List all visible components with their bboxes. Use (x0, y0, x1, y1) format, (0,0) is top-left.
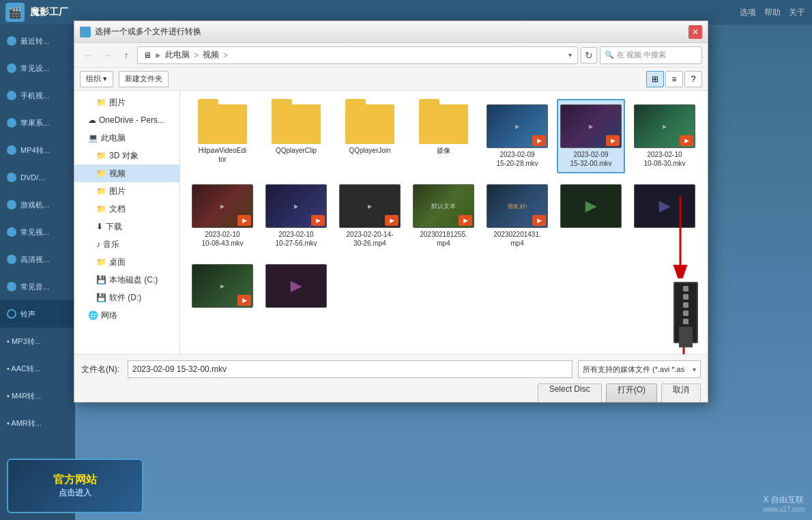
video-thumb-1: ▶ ▶ (487, 104, 548, 148)
search-bar[interactable]: 🔍 在 视频 中搜索 (600, 46, 702, 64)
file-label-video2: 2023-02-0915-32-00.mkv (570, 150, 611, 168)
sidebar-label-recent: 最近转... (20, 36, 49, 46)
video-thumb-5: ▶ ▶ (265, 184, 327, 228)
sidebar-item-m4r[interactable]: • M4R转... (0, 382, 75, 409)
organize-button[interactable]: 组织 ▾ (80, 71, 113, 87)
file-item-video1[interactable]: ▶ ▶ 2023-02-0915-20-28.mkv (483, 99, 551, 173)
tree-item-onedrive[interactable]: ☁ OneDrive - Pers... (74, 111, 179, 129)
tree-item-drive-d[interactable]: 💾 软件 (D:) (74, 289, 179, 306)
sidebar-item-dvd[interactable]: DVD/... (0, 164, 75, 191)
left-panel: 📁 图片 ☁ OneDrive - Pers... 💻 此电脑 📁 3D 对象 … (74, 91, 180, 354)
new-folder-button[interactable]: 新建文件夹 (119, 71, 169, 87)
file-item-video5[interactable]: ▶ ▶ 2023-02-1010-27-56.mkv (262, 179, 330, 253)
view-help[interactable]: ? (684, 71, 702, 87)
menu-options[interactable]: 选项 (740, 7, 756, 18)
tree-item-desktop[interactable]: 📁 桌面 (74, 253, 179, 271)
watermark: X 自由互联 www.x27.com (763, 494, 805, 513)
sidebar-icon-video (7, 227, 16, 237)
file-label-video8: 202302201431.mp4 (493, 230, 541, 248)
tree-item-this-pc[interactable]: 💻 此电脑 (74, 129, 179, 147)
filename-input[interactable] (128, 360, 572, 378)
sidebar-item-mp3[interactable]: • MP3转... (0, 328, 75, 355)
dialog-close-button[interactable]: ✕ (688, 25, 702, 39)
sidebar-item-ring[interactable]: 铃声 (0, 300, 75, 328)
breadcrumb-this-pc[interactable]: 此电脑 (165, 49, 190, 61)
file-item-video12[interactable]: ► (262, 259, 330, 315)
tree-item-3d[interactable]: 📁 3D 对象 (74, 147, 179, 164)
video-thumb-inner-5: ▶ ▶ (266, 185, 326, 227)
view-large-icon[interactable]: ⊞ (646, 71, 664, 87)
sidebar-item-mp4[interactable]: MP4转... (0, 136, 75, 164)
file-label-video6: 2023-02-20-14-30-26.mp4 (347, 230, 394, 248)
refresh-button[interactable]: ↻ (581, 47, 597, 63)
filetype-select[interactable]: 所有支持的媒体文件 (*.avi *.as ▾ (578, 360, 701, 378)
file-item-video7[interactable]: 默认文本 ▶ 202302181255.mp4 (409, 179, 478, 253)
film-strip (673, 282, 698, 343)
filetype-dropdown-icon: ▾ (693, 366, 696, 373)
breadcrumb-dropdown-icon[interactable]: ▾ (568, 51, 572, 59)
file-item-video3[interactable]: ▶ ▶ 2023-02-1010-08-30.mkv (630, 99, 699, 173)
folder-thumb-qqclip (272, 104, 321, 144)
dialog-icon (80, 27, 91, 38)
menu-help[interactable]: 帮助 (764, 7, 781, 18)
download-icon: ⬇ (96, 222, 103, 231)
play-badge-2: ▶ (606, 135, 620, 146)
sidebar-item-common[interactable]: 常见设... (0, 55, 75, 82)
back-button[interactable]: ← (80, 47, 96, 63)
select-disc-button[interactable]: Select Disc (538, 384, 602, 403)
sidebar-label-ring: 铃声 (20, 309, 35, 319)
app-title: 魔影工厂 (30, 6, 68, 18)
file-item-qqplayer-clip[interactable]: QQplayerClip (262, 99, 330, 173)
file-item-video11[interactable]: ▶ ▶ (188, 259, 257, 315)
sidebar-item-aac[interactable]: • AAC转... (0, 355, 75, 382)
file-item-qqplayer-join[interactable]: QQplayerJoin (336, 99, 404, 173)
video-thumb-inner-3: ▶ ▶ (635, 105, 695, 147)
watermark-line2: www.x27.com (763, 506, 805, 513)
sidebar-item-recent[interactable]: 最近转... (0, 27, 75, 55)
breadcrumb-bar[interactable]: 🖥 ► 此电脑 > 视频 > ▾ (137, 46, 578, 64)
tree-item-images[interactable]: 📁 图片 (74, 182, 179, 200)
forward-button[interactable]: → (99, 47, 115, 63)
filename-row: 文件名(N): 所有支持的媒体文件 (*.avi *.as ▾ (81, 360, 701, 378)
file-item-video2[interactable]: ▶ ▶ 2023-02-0915-32-00.mkv (557, 99, 625, 173)
official-site-banner[interactable]: 官方网站 点击进入 (7, 459, 143, 513)
sidebar-label-m4r: • M4R转... (7, 391, 41, 401)
file-item-video9[interactable]: ► (557, 179, 625, 253)
tree-item-drive-c[interactable]: 💾 本地磁盘 (C:) (74, 271, 179, 289)
sidebar-icon-mp4 (7, 145, 16, 155)
video-thumb-7: 默认文本 ▶ (413, 184, 474, 228)
file-item-hitpaw[interactable]: HitpawVideoEditor (188, 99, 257, 173)
view-details[interactable]: ≡ (665, 71, 683, 87)
sidebar-item-amr[interactable]: • AMR转... (0, 409, 75, 437)
music-icon: ♪ (96, 240, 100, 249)
up-button[interactable]: ↑ (118, 47, 134, 63)
tree-item-music[interactable]: ♪ 音乐 (74, 235, 179, 253)
folder-thumb-hitpaw (198, 104, 247, 144)
sidebar-item-video[interactable]: 常见视... (0, 218, 75, 246)
tree-item-videos[interactable]: 📁 视频 (74, 164, 179, 182)
tree-item-pictures[interactable]: 📁 图片 (74, 93, 179, 111)
dialog-content: 📁 图片 ☁ OneDrive - Pers... 💻 此电脑 📁 3D 对象 … (74, 91, 708, 354)
breadcrumb-videos[interactable]: 视频 (203, 49, 219, 61)
file-item-video4[interactable]: ▶ ▶ 2023-02-1010-08-43.mkv (188, 179, 257, 253)
sidebar-item-audio[interactable]: 常见音... (0, 273, 75, 300)
sidebar-item-phone[interactable]: 手机视... (0, 82, 75, 109)
play-badge-6: ▶ (385, 215, 398, 226)
sidebar-item-apple[interactable]: 苹果系... (0, 109, 75, 136)
sidebar-item-game[interactable]: 游戏机... (0, 191, 75, 218)
sidebar-label-mp4: MP4转... (20, 145, 50, 156)
open-button[interactable]: 打开(O) (606, 384, 657, 403)
file-item-video6[interactable]: ▶ ▶ 2023-02-20-14-30-26.mp4 (336, 179, 404, 253)
menu-about[interactable]: 关于 (789, 7, 805, 18)
dialog-actionbar: 组织 ▾ 新建文件夹 ⊞ ≡ ? (74, 68, 708, 91)
tree-item-network[interactable]: 🌐 网络 (74, 306, 179, 324)
file-item-video10[interactable]: ► (630, 179, 699, 253)
play-badge-11: ▶ (237, 295, 251, 306)
tree-item-downloads[interactable]: ⬇ 下载 (74, 218, 179, 235)
file-item-camera[interactable]: 摄像 (409, 99, 478, 173)
file-dialog: 选择一个或多个文件进行转换 ✕ ← → ↑ 🖥 ► 此电脑 > 视频 > ▾ ↻… (74, 20, 708, 403)
sidebar-item-hd[interactable]: 高清视... (0, 246, 75, 273)
file-item-video8[interactable]: 朋友,好! ▶ 202302201431.mp4 (483, 179, 551, 253)
cancel-button[interactable]: 取消 (661, 384, 701, 403)
tree-item-docs[interactable]: 📁 文档 (74, 200, 179, 218)
